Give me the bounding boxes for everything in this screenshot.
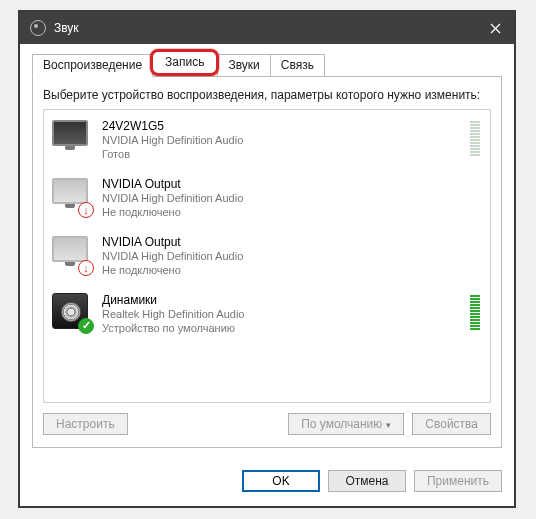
- speaker-icon: ✓: [52, 292, 92, 332]
- device-item[interactable]: ✓ Динамики Realtek High Definition Audio…: [44, 284, 490, 342]
- disconnected-badge-icon: ↓: [78, 202, 94, 218]
- cancel-button[interactable]: Отмена: [328, 470, 406, 492]
- device-driver: NVIDIA High Definition Audio: [102, 133, 460, 148]
- device-name: NVIDIA Output: [102, 235, 480, 249]
- device-name: Динамики: [102, 293, 460, 307]
- tab-sounds[interactable]: Звуки: [217, 54, 270, 76]
- set-default-button[interactable]: По умолчанию▾: [288, 413, 404, 435]
- device-name: 24V2W1G5: [102, 119, 460, 133]
- disconnected-badge-icon: ↓: [78, 260, 94, 276]
- default-badge-icon: ✓: [78, 318, 94, 334]
- window-title: Звук: [54, 21, 476, 35]
- device-status: Готов: [102, 148, 460, 160]
- tab-communications[interactable]: Связь: [270, 54, 325, 76]
- tab-recording[interactable]: Запись: [150, 49, 219, 76]
- device-item[interactable]: ↓ NVIDIA Output NVIDIA High Definition A…: [44, 226, 490, 284]
- device-status: Не подключено: [102, 264, 480, 276]
- device-status: Устройство по умолчанию: [102, 322, 460, 334]
- ok-button[interactable]: OK: [242, 470, 320, 492]
- device-item[interactable]: 24V2W1G5 NVIDIA High Definition Audio Го…: [44, 110, 490, 168]
- level-meter: [470, 118, 480, 158]
- window-body: Воспроизведение Запись Звуки Связь Выбер…: [20, 44, 514, 458]
- close-button[interactable]: [476, 12, 514, 44]
- titlebar[interactable]: Звук: [20, 12, 514, 44]
- panel-instruction: Выберите устройство воспроизведения, пар…: [43, 87, 491, 103]
- panel-button-row: Настроить По умолчанию▾ Свойства: [43, 413, 491, 435]
- tab-strip: Воспроизведение Запись Звуки Связь: [32, 52, 502, 76]
- sound-icon: [30, 20, 46, 36]
- level-meter: [470, 292, 480, 332]
- device-item[interactable]: ↓ NVIDIA Output NVIDIA High Definition A…: [44, 168, 490, 226]
- device-driver: Realtek High Definition Audio: [102, 307, 460, 322]
- device-status: Не подключено: [102, 206, 480, 218]
- apply-button[interactable]: Применить: [414, 470, 502, 492]
- properties-button[interactable]: Свойства: [412, 413, 491, 435]
- device-driver: NVIDIA High Definition Audio: [102, 249, 480, 264]
- dialog-button-row: OK Отмена Применить: [20, 458, 514, 506]
- set-default-label: По умолчанию: [301, 417, 382, 431]
- device-name: NVIDIA Output: [102, 177, 480, 191]
- device-list[interactable]: 24V2W1G5 NVIDIA High Definition Audio Го…: [43, 109, 491, 403]
- monitor-icon: ↓: [52, 176, 92, 216]
- chevron-down-icon: ▾: [386, 420, 391, 430]
- tab-panel-playback: Выберите устройство воспроизведения, пар…: [32, 76, 502, 448]
- configure-button[interactable]: Настроить: [43, 413, 128, 435]
- monitor-icon: ↓: [52, 234, 92, 274]
- sound-dialog: Звук Воспроизведение Запись Звуки Связь …: [18, 10, 516, 508]
- device-driver: NVIDIA High Definition Audio: [102, 191, 480, 206]
- close-icon: [490, 23, 501, 34]
- tab-playback[interactable]: Воспроизведение: [32, 54, 153, 77]
- monitor-icon: [52, 118, 92, 158]
